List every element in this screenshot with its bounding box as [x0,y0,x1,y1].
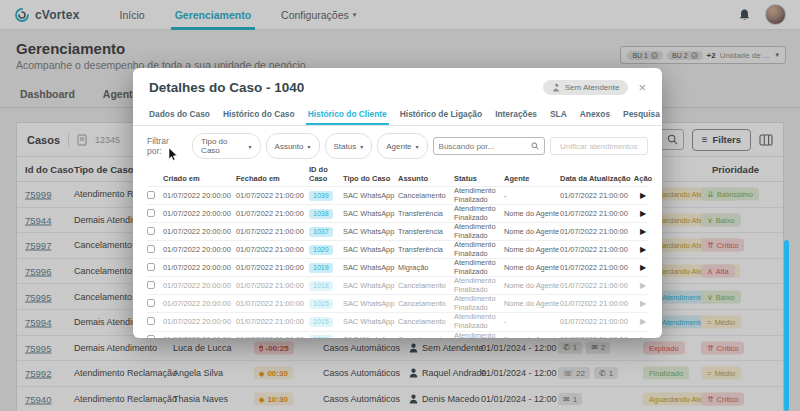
history-agent: Nome do Agente [504,264,560,273]
close-icon[interactable]: × [638,81,646,94]
client-history-table: Criado em Fechado em ID do Caso Tipo do … [147,164,648,338]
play-action-icon[interactable]: ▶ [640,281,646,290]
history-table-row: 01/07/2022 20:00:00 01/07/2022 21:00:00 … [147,204,648,222]
closed-at: 01/07/2022 21:00:00 [236,336,309,338]
history-table-row: 01/07/2022 20:00:00 01/07/2022 21:00:00 … [147,294,648,312]
modal-tab[interactable]: Histórico do Caso [221,105,297,125]
vertical-scrollbar[interactable] [784,240,789,411]
created-at: 01/07/2022 20:00:00 [163,282,236,291]
play-action-icon[interactable]: ▶ [640,209,646,218]
history-column-header: Assunto [398,175,454,184]
history-updated-at: 01/07/2022 21:00:00 [560,192,633,201]
history-column-header: Data da Atualização [560,175,633,184]
history-subject: Cancelamento [398,300,454,309]
row-checkbox[interactable] [147,281,155,289]
play-action-icon[interactable]: ▶ [640,317,646,326]
modal-tab[interactable]: Histórico do Cliente [306,105,389,125]
history-subject: Transferência [398,210,454,219]
filter-by-label: Filtrar por: [147,136,185,156]
history-updated-at: 01/07/2022 21:00:00 [560,264,633,273]
filter-pill[interactable]: Tipo do Caso ▾ [192,133,260,159]
modal-tab[interactable]: Dados do Caso [147,105,212,125]
history-agent: Nome do Agente [504,246,560,255]
history-search-input[interactable] [439,142,531,151]
history-case-id-badge[interactable]: 1038 [309,209,333,219]
history-case-id-badge[interactable]: 1015 [309,335,333,338]
unify-attendances-button[interactable]: Unificar atendimentos [550,137,648,155]
history-updated-at: 01/07/2022 21:00:00 [560,336,633,338]
history-agent: Nome do Agente [504,228,560,237]
history-table-row: 01/07/2022 20:00:00 01/07/2022 21:00:00 … [147,331,648,339]
filter-pill-label: Tipo do Caso [201,137,244,155]
history-table-body: 01/07/2022 20:00:00 01/07/2022 21:00:00 … [147,186,648,338]
history-status: Atendimento Finalizado [454,187,504,204]
filter-pill[interactable]: Assunto ▾ [266,133,320,159]
mouse-cursor [168,148,178,162]
history-case-id-badge[interactable]: 1015 [309,299,333,309]
modal-header: Detalhes do Caso - 1040 Sem Atendente × [133,68,662,101]
chevron-down-icon: ▾ [249,143,252,150]
history-case-id-badge[interactable]: 1018 [309,281,333,291]
row-checkbox[interactable] [147,245,155,253]
history-subject: Migração [398,264,454,273]
created-at: 01/07/2022 20:00:00 [163,336,236,338]
history-case-type: SAC WhatsApp [343,318,398,327]
history-subject: Cancelamento [398,192,454,201]
modal-tab[interactable]: SLA [548,105,569,125]
chevron-down-icon: ▾ [360,143,363,150]
history-table-row: 01/07/2022 20:00:00 01/07/2022 21:00:00 … [147,240,648,258]
history-case-id-badge[interactable]: 1037 [309,227,333,237]
history-case-type: SAC WhatsApp [343,336,398,338]
history-status: Atendimento Finalizado [454,241,504,258]
created-at: 01/07/2022 20:00:00 [163,264,236,273]
history-column-header: Fechado em [236,175,309,184]
history-updated-at: 01/07/2022 21:00:00 [560,210,633,219]
history-case-type: SAC WhatsApp [343,264,398,273]
row-checkbox[interactable] [147,209,155,217]
history-agent: - [504,192,560,201]
filter-pill[interactable]: Agente ▾ [377,133,427,159]
play-action-icon[interactable]: ▶ [640,335,646,338]
history-status: Atendimento Finalizado [454,277,504,294]
modal-tab[interactable]: Interações [493,105,539,125]
history-case-type: SAC WhatsApp [343,282,398,291]
history-case-type: SAC WhatsApp [343,210,398,219]
no-agent-chip-label: Sem Atendente [565,83,620,92]
modal-tab[interactable]: Histórico de Ligação [398,105,484,125]
row-checkbox[interactable] [147,191,155,199]
filter-pill[interactable]: Status ▾ [325,133,373,159]
history-column-header: Ação [633,175,653,184]
history-table-row: 01/07/2022 20:00:00 01/07/2022 21:00:00 … [147,312,648,330]
search-icon [531,141,539,151]
history-case-id-badge[interactable]: 1020 [309,245,333,255]
history-case-type: SAC WhatsApp [343,228,398,237]
row-checkbox[interactable] [147,335,155,338]
play-action-icon[interactable]: ▶ [640,245,646,254]
row-checkbox[interactable] [147,263,155,271]
play-action-icon[interactable]: ▶ [640,191,646,200]
row-checkbox[interactable] [147,227,155,235]
history-agent: Nome do Agente [504,336,560,338]
created-at: 01/07/2022 20:00:00 [163,246,236,255]
history-case-id-badge[interactable]: 1039 [309,191,333,201]
created-at: 01/07/2022 20:00:00 [163,228,236,237]
history-case-id-badge[interactable]: 1015 [309,317,333,327]
play-action-icon[interactable]: ▶ [640,263,646,272]
play-action-icon[interactable]: ▶ [640,227,646,236]
filter-pill-label: Agente [386,142,411,151]
history-status: Atendimento Finalizado [454,205,504,222]
row-checkbox[interactable] [147,299,155,307]
history-search-box[interactable] [433,137,545,155]
modal-title: Detalhes do Caso - 1040 [149,80,304,95]
history-case-id-badge[interactable]: 1019 [309,263,333,273]
play-action-icon[interactable]: ▶ [640,299,646,308]
closed-at: 01/07/2022 21:00:00 [236,318,309,327]
created-at: 01/07/2022 20:00:00 [163,300,236,309]
modal-tab[interactable]: Pesquisa de satisfação [621,105,662,125]
row-checkbox[interactable] [147,317,155,325]
history-updated-at: 01/07/2022 21:00:00 [560,300,633,309]
chevron-down-icon: ▾ [416,143,419,150]
no-agent-chip: Sem Atendente [543,80,629,95]
closed-at: 01/07/2022 21:00:00 [236,210,309,219]
modal-tab[interactable]: Anexos [578,105,612,125]
